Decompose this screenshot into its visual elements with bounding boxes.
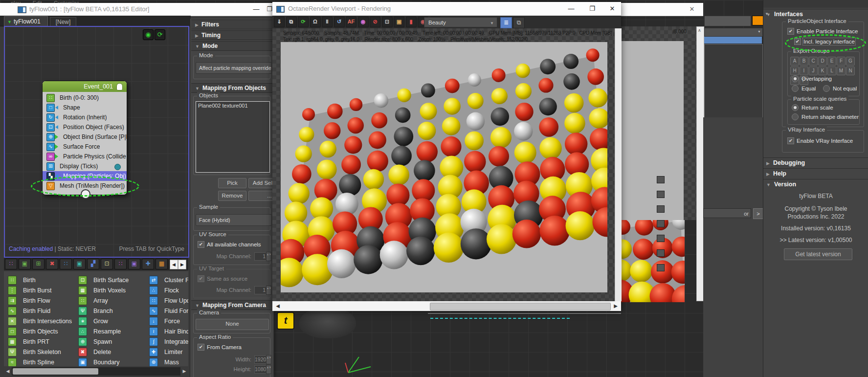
export-group-m[interactable]: M bbox=[837, 67, 846, 75]
pager-right-icon[interactable]: ▶ bbox=[178, 260, 186, 269]
rollout-debugging[interactable]: ▶Debugging bbox=[763, 157, 868, 168]
from-camera-checkbox[interactable]: ✔ From Camera bbox=[198, 344, 242, 351]
return-shape-diameter-radio[interactable]: Return shape diameter bbox=[792, 113, 859, 120]
depot-item-spawn[interactable]: ⊕Spawn bbox=[78, 336, 129, 347]
scrollbar-thumb[interactable] bbox=[13, 368, 98, 375]
depot-test-icon[interactable]: ⊡ bbox=[101, 259, 113, 269]
export-group-l[interactable]: L bbox=[827, 67, 836, 75]
scroll-up-icon[interactable]: ∧ bbox=[698, 28, 701, 33]
depot-item-birth-burst[interactable]: ⋮Birth Burst bbox=[8, 285, 72, 295]
depot-item-flow-upda[interactable]: ∷Flow Upda bbox=[149, 295, 188, 306]
event-node[interactable]: Event_001 ∷Birth (0-0: 300)□Shape↻Rotati… bbox=[42, 81, 127, 195]
export-group-a[interactable]: A bbox=[790, 57, 799, 66]
depot-shape-icon[interactable]: ∷ bbox=[60, 259, 72, 269]
rollout-help[interactable]: ▶Help bbox=[763, 168, 868, 178]
operator-surface-force[interactable]: ∿Surface Force bbox=[43, 142, 127, 152]
depot-utility-icon[interactable]: ▣ bbox=[128, 259, 140, 269]
depot-item-birth-fluid[interactable]: ∿Birth Fluid bbox=[8, 306, 72, 316]
all-channels-checkbox[interactable]: ✔ All available channels bbox=[198, 241, 261, 248]
operator-position-object[interactable]: ⊡Position Object (Faces) bbox=[43, 122, 127, 132]
render-target-icon[interactable]: ▮ bbox=[406, 17, 417, 27]
particles-enabled-button[interactable]: ◉ bbox=[143, 29, 154, 40]
export-group-h[interactable]: H bbox=[790, 67, 799, 75]
background-listbox[interactable] bbox=[704, 44, 763, 118]
rollout-version[interactable]: ▼Version bbox=[763, 179, 868, 189]
background-combo[interactable]: ▼ bbox=[704, 28, 763, 37]
render-region-icon[interactable]: ▣ bbox=[394, 17, 404, 27]
depot-render-icon[interactable]: ▞ bbox=[87, 259, 99, 269]
export-group-g[interactable]: G bbox=[846, 57, 855, 66]
pick-button[interactable]: Pick bbox=[218, 178, 246, 188]
depot-item-branch[interactable]: ΨBranch bbox=[78, 306, 129, 316]
operator-birth[interactable]: ∷Birth (0-0: 300) bbox=[43, 93, 127, 103]
background-text-field[interactable]: or bbox=[703, 208, 751, 218]
rollout-timing[interactable]: ▶Timing bbox=[191, 30, 272, 40]
export-group-e[interactable]: E bbox=[827, 57, 836, 66]
operator-rotation[interactable]: ↻Rotation (Inherit) bbox=[43, 112, 127, 122]
background-window-close-icon[interactable]: ✕ bbox=[688, 5, 696, 14]
denoise-icon[interactable]: ⊘ bbox=[370, 17, 380, 27]
scroll-left-icon[interactable]: ◀ bbox=[4, 367, 12, 376]
minimize-icon[interactable]: — bbox=[251, 5, 261, 14]
depot-export-icon[interactable]: ▦ bbox=[156, 259, 168, 269]
octane-vertical-scrollbar[interactable] bbox=[615, 28, 622, 301]
depot-item-birth-prt[interactable]: ▦Birth PRT bbox=[8, 336, 72, 347]
depot-item-birth-voxels[interactable]: ▦Birth Voxels bbox=[78, 285, 129, 295]
minimize-icon[interactable]: — bbox=[566, 4, 577, 13]
event-output-connector[interactable] bbox=[81, 189, 90, 199]
event-node-header[interactable]: Event_001 bbox=[43, 81, 127, 92]
scroll-right-icon[interactable]: ▶ bbox=[612, 302, 620, 310]
depot-item-birth-surface[interactable]: ⊡Birth Surface bbox=[78, 275, 129, 285]
depot-item-cluster-fo[interactable]: ⇄Cluster Fo bbox=[149, 275, 188, 285]
depot-item-hair-bind[interactable]: ≀Hair Bind bbox=[149, 326, 188, 336]
depot-item-grow[interactable]: ∗Grow bbox=[78, 316, 129, 326]
depot-operators-icon[interactable]: ⊞ bbox=[32, 259, 45, 269]
rollout-mode[interactable]: ▼Mode bbox=[191, 41, 272, 51]
tab-new[interactable]: [New] bbox=[50, 17, 76, 27]
color-wheel-icon[interactable]: ◉ bbox=[358, 17, 369, 27]
scrollbar-thumb[interactable] bbox=[430, 303, 611, 310]
overlapping-radio[interactable]: Overlapping bbox=[792, 75, 832, 82]
render-pass-dropdown[interactable]: Beauty ▼ bbox=[424, 17, 497, 27]
objects-listbox[interactable]: Plane002 texture001 bbox=[196, 101, 270, 173]
add-selected-button[interactable]: Add Selected bbox=[248, 178, 273, 188]
depot-display-icon[interactable]: ▣ bbox=[73, 259, 86, 269]
color-swatch[interactable] bbox=[752, 16, 763, 25]
spinner-icon[interactable]: ▲▼ bbox=[266, 252, 271, 261]
octane-horizontal-scrollbar[interactable]: ◀ ▶ bbox=[272, 301, 621, 311]
pick-focus-button[interactable]: ⧉ bbox=[513, 17, 525, 28]
depot-physics-icon[interactable]: ∷ bbox=[114, 259, 127, 269]
rollout-mapping-from-objects[interactable]: ▼Mapping From Objects bbox=[191, 83, 272, 93]
operator-particle-physics[interactable]: ∞Particle Physics (Collide | A... bbox=[43, 152, 127, 161]
enable-particle-interface-checkbox[interactable]: ✔ Enable Particle Interface bbox=[787, 28, 858, 35]
get-latest-version-button[interactable]: Get latest version bbox=[784, 248, 852, 260]
export-image-icon[interactable]: ⇓ bbox=[274, 17, 285, 27]
operator-shape[interactable]: □Shape bbox=[43, 103, 127, 112]
equal-radio[interactable]: Equal bbox=[792, 85, 816, 92]
close-icon[interactable]: ✕ bbox=[607, 4, 618, 13]
depot-item-birth-spline[interactable]: ≈Birth Spline bbox=[8, 357, 72, 366]
depot-all-icon[interactable]: ∷ bbox=[5, 259, 17, 269]
remove-button[interactable]: Remove bbox=[218, 191, 246, 201]
autofocus-icon[interactable]: AF bbox=[346, 17, 356, 27]
display-port-dot[interactable] bbox=[114, 164, 121, 170]
operator-object-bind[interactable]: ⊕Object Bind (Surface [P|R]) bbox=[43, 132, 127, 142]
mode-dropdown[interactable]: Affect particle mapping overrides bbox=[196, 62, 272, 74]
depot-item-birth-flow[interactable]: ⇉Birth Flow bbox=[8, 295, 72, 306]
rollout-mapping-from-camera[interactable]: ▼Mapping From Camera bbox=[191, 300, 272, 310]
depot-item-delete[interactable]: ✖Delete bbox=[78, 347, 129, 357]
depot-scripts-icon[interactable]: ✚ bbox=[142, 259, 154, 269]
background-next-button[interactable]: > bbox=[753, 208, 763, 219]
return-scale-radio[interactable]: Return scale bbox=[792, 104, 833, 111]
background-selected-item[interactable] bbox=[704, 37, 762, 44]
depot-item-resample[interactable]: ∴Resample bbox=[78, 326, 129, 336]
auto-update-button[interactable]: ⟳ bbox=[155, 29, 165, 40]
octane-render-area[interactable]: Smp/px: 64/5000. Samp/s: 48,74M. Time: 0… bbox=[272, 28, 615, 301]
rollout-filters[interactable]: ▶Filters bbox=[191, 20, 272, 29]
pause-icon[interactable]: ‖ bbox=[322, 17, 333, 27]
operator-mapping[interactable]: ▚Mapping (Particles: Obj) bbox=[43, 171, 127, 181]
operator-display[interactable]: ⊞Display (Ticks) bbox=[43, 161, 127, 171]
rollout-interfaces[interactable]: ▼Interfaces bbox=[763, 9, 868, 19]
pager-left-icon[interactable]: ◀ bbox=[170, 260, 178, 269]
export-group-c[interactable]: C bbox=[809, 57, 818, 66]
